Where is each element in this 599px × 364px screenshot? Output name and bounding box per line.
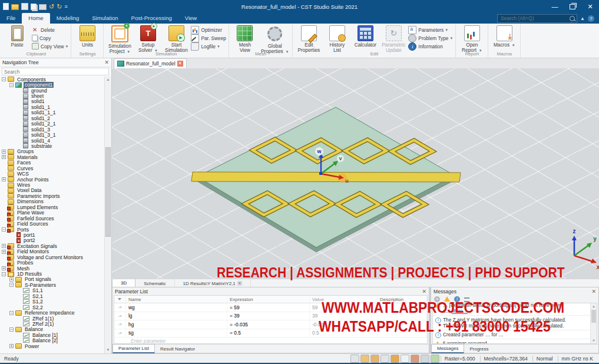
restore-button[interactable] — [564, 0, 581, 13]
tree-item-dimensions[interactable]: Dimensions — [0, 199, 105, 204]
tab-close-icon[interactable]: ✕ — [237, 281, 242, 286]
tab-view[interactable]: View — [178, 13, 203, 24]
collapse-icon[interactable]: − — [2, 227, 6, 231]
start-simulation-button[interactable]: StartSimulation — [163, 25, 190, 53]
collapse-ribbon-icon[interactable]: ▲ — [580, 16, 585, 21]
help-icon[interactable]: ? — [588, 15, 594, 22]
row-handle[interactable]: -≡ — [114, 320, 126, 329]
tree-item-solid1-3-1[interactable]: solid1_3_1 — [0, 132, 105, 137]
zoom-window-icon[interactable] — [380, 355, 389, 363]
rotate-icon[interactable] — [370, 355, 379, 363]
expand-icon[interactable]: + — [2, 177, 6, 181]
logfile-button[interactable]: Logfile▼ — [191, 42, 226, 50]
tree-item-plane-wave[interactable]: Plane Wave — [0, 210, 105, 216]
tree-item-port1[interactable]: port1 — [0, 232, 105, 237]
tree-item-port2[interactable]: port2 — [0, 238, 105, 243]
tree-item-curves[interactable]: Curves — [0, 166, 105, 171]
tree-item-port-signals[interactable]: +Port signals — [0, 277, 105, 282]
collapse-icon[interactable]: − — [9, 283, 14, 287]
open-report-button[interactable]: OpenReport ▼ — [458, 25, 485, 54]
new-parameter-row[interactable]: Enter parameter — [114, 337, 427, 344]
tab-simulation[interactable]: Simulation — [85, 13, 124, 24]
setup-solver-button[interactable]: SetupSolver ▼ — [134, 25, 161, 54]
expand-icon[interactable]: + — [2, 155, 6, 159]
history-list-button[interactable]: HistoryList — [323, 25, 350, 53]
parameter-expression[interactable]: = 39 — [227, 312, 310, 320]
expand-icon[interactable]: + — [9, 277, 14, 282]
feed-line[interactable] — [191, 172, 461, 182]
tree-item-reference-impedance[interactable]: −Reference Impedance — [0, 310, 105, 315]
information-button[interactable]: Information — [408, 42, 453, 50]
tree-item-mesh[interactable]: +Mesh — [0, 266, 105, 271]
search-icon[interactable] — [570, 16, 575, 21]
expand-icon[interactable]: + — [2, 244, 6, 248]
tree-item-anchor-points[interactable]: +Anchor Points — [0, 177, 105, 182]
tree-item-balance-1[interactable]: Balance [1] — [0, 332, 105, 337]
warnings-filter-icon[interactable] — [444, 296, 450, 302]
mesh-view-button[interactable]: MeshView — [231, 25, 259, 53]
tree-item-ground[interactable]: ground — [0, 88, 105, 93]
viewport-tab-1d-results-y-matrix-y2-1[interactable]: 1D Results\Y Matrix\Y2,1✕ — [175, 280, 251, 287]
more-link[interactable]: More… — [452, 308, 468, 314]
tree-item-components[interactable]: −Components — [0, 77, 105, 82]
close-button[interactable]: ✕ — [581, 0, 599, 13]
navtree-close-icon[interactable]: ✕ — [104, 59, 109, 65]
tree-item-solid1-1[interactable]: solid1_1 — [0, 104, 105, 110]
copy-button[interactable]: Copy — [32, 34, 68, 42]
pan-icon[interactable] — [360, 355, 369, 363]
parameter-description[interactable] — [378, 329, 427, 337]
collapse-icon[interactable]: − — [9, 311, 14, 315]
tree-item-power[interactable]: +Power — [0, 343, 105, 349]
problem-type-button[interactable]: Problem Type▼ — [408, 34, 453, 42]
parameter-expression[interactable]: = 59 — [227, 303, 310, 312]
tree-item-farfield-sources[interactable]: Farfield Sources — [0, 216, 105, 221]
errors-filter-icon[interactable] — [434, 296, 440, 302]
tab-result-navigator[interactable]: Result Navigator — [155, 345, 200, 353]
macros-button[interactable]: Macros ▼ — [491, 25, 518, 48]
messages-scrollbar[interactable]: ▲▼ — [590, 303, 597, 343]
parameter-row-wg[interactable]: -≡wg= 5959 — [114, 303, 427, 312]
tree-item-parametric-imports[interactable]: Parametric Imports — [0, 193, 105, 198]
row-handle[interactable]: -≡ — [114, 312, 126, 320]
search-input[interactable] — [499, 15, 570, 22]
document-tab-close-icon[interactable]: ✕ — [177, 61, 183, 67]
tab-progress[interactable]: Progress — [464, 345, 494, 353]
tree-item-s1-1[interactable]: S1,1 — [0, 288, 105, 293]
parametric-update-button[interactable]: ParametricUpdate — [380, 25, 407, 53]
search-box[interactable] — [497, 14, 577, 23]
tab-parameter-list[interactable]: Parameter List — [112, 344, 155, 353]
tree-item-1d-results[interactable]: −1D Results — [0, 271, 105, 276]
navtree-search-input[interactable] — [2, 68, 109, 75]
tree-item-component1[interactable]: −component1 — [0, 82, 105, 87]
tree-item-sheet[interactable]: sheet — [0, 93, 105, 98]
save-icon[interactable] — [21, 3, 28, 10]
tree-item-solid1-2-1[interactable]: solid1_2_1 — [0, 121, 105, 127]
parameters-button[interactable]: Parameters▼ — [408, 26, 453, 34]
delete-button[interactable]: Delete — [32, 26, 68, 34]
tree-item-probes[interactable]: Probes — [0, 260, 105, 265]
navtree-scrollbar[interactable]: ▲ ▼ — [104, 77, 111, 353]
tree-item-voltage-and-current-monitors[interactable]: Voltage and Current Monitors — [0, 254, 105, 260]
tree-item-solid1[interactable]: solid1 — [0, 99, 105, 104]
expand-icon[interactable]: + — [2, 250, 6, 254]
viewport-tab-3d[interactable]: 3D — [112, 279, 135, 287]
filter-icon[interactable] — [118, 298, 122, 301]
global-properties-button[interactable]: GlobalProperties ▼ — [260, 25, 290, 55]
tree-item-wcs[interactable]: WCS — [0, 171, 105, 176]
tree-item-voxel-data[interactable]: Voxel Data — [0, 188, 105, 193]
tree-item-solid1-4[interactable]: solid1_4 — [0, 138, 105, 143]
tree-item-field-sources[interactable]: Field Sources — [0, 221, 105, 226]
parameter-row-hg[interactable]: -≡hg= -0.035-0.035 — [114, 320, 427, 329]
customize-icon[interactable]: ≡ — [64, 4, 67, 10]
tree-item-wires[interactable]: Wires — [0, 182, 105, 187]
tree-item-balance-2[interactable]: Balance [2] — [0, 338, 105, 343]
view-options-icon[interactable] — [421, 355, 429, 363]
parameter-row-lg[interactable]: -≡lg= 3939 — [114, 312, 427, 321]
row-handle[interactable]: -≡ — [114, 303, 126, 312]
tab-modeling[interactable]: Modeling — [50, 13, 86, 24]
scroll-thumb[interactable] — [591, 310, 596, 323]
row-handle[interactable]: -≡ — [114, 329, 126, 337]
cutting-plane-icon[interactable] — [411, 355, 419, 363]
parameter-expression[interactable]: = 0.5 — [227, 329, 310, 337]
document-tab[interactable]: Resonator_full_model ✕ — [114, 58, 187, 68]
